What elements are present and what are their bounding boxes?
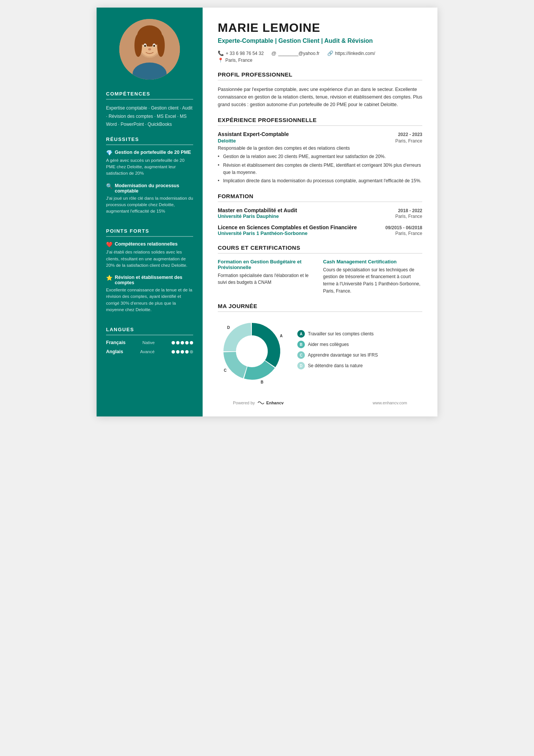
cert-title: Cash Management Certification [323, 259, 422, 265]
powered-by-text: Powered by [233, 401, 255, 405]
svg-point-5 [157, 34, 165, 57]
contact-linkedin: 🔗 https://linkedin.com/ [327, 50, 375, 56]
brand-name: Enhancv [266, 401, 284, 405]
legend-item: B Aider mes collègues [297, 341, 378, 348]
strength-item: ❤️Compétences relationnelles J'ai établi… [106, 241, 193, 269]
achievements-list: 💎Gestion de portefeuille de 20 PME A gér… [106, 150, 193, 215]
donut-segment-a [252, 323, 280, 367]
legend-badge: A [297, 330, 305, 338]
journee-title: MA JOURNÉE [218, 303, 422, 312]
school-location: Paris, France [395, 231, 422, 236]
cert-desc: Cours de spécialisation sur les techniqu… [323, 266, 422, 294]
reussites-section: RÉUSSITES 💎Gestion de portefeuille de 20… [97, 136, 203, 229]
cert-desc: Formation spécialisée dans l'élaboration… [218, 272, 317, 286]
lang-dots [172, 341, 193, 344]
lang-name: Français [106, 340, 125, 345]
competences-section: COMPÉTENCES Expertise comptable · Gestio… [97, 91, 203, 136]
legend-text: Travailler sur les comptes clients [308, 331, 374, 337]
strength-item: ⭐Révision et établissement des comptes E… [106, 275, 193, 313]
profil-title: PROFIL PROFESSIONNEL [218, 71, 422, 80]
certifications-list: Formation en Gestion Budgétaire et Prévi… [218, 259, 422, 294]
contact-phone: 📞 + 33 6 98 76 54 32 [218, 50, 264, 56]
formation-item: Master en Comptabilité et Audit 2018 - 2… [218, 207, 422, 219]
degree-title: Master en Comptabilité et Audit [218, 207, 297, 213]
langues-section: LANGUES Français Native Anglais Avancé [97, 327, 203, 366]
degree-date: 2018 - 2022 [398, 208, 422, 213]
footer: Powered by Enhancv www.enhancv.com [218, 393, 422, 405]
lang-dot [172, 350, 175, 354]
journee-content: ABCD A Travailler sur les comptes client… [218, 317, 422, 385]
journee-legend: A Travailler sur les comptes clients B A… [297, 330, 378, 373]
formation-title: FORMATION [218, 193, 422, 202]
school-name: Université Paris Dauphine [218, 213, 279, 219]
svg-text:B: B [261, 380, 263, 385]
header: MARIE LEMOINE Experte-Comptable | Gestio… [218, 21, 422, 63]
legend-text: Apprendre davantage sur les IFRS [308, 352, 378, 358]
school-location: Paris, France [395, 214, 422, 219]
legend-badge: D [297, 362, 305, 369]
lang-dot [185, 350, 189, 354]
lang-dot [176, 350, 180, 354]
svg-text:A: A [280, 334, 283, 338]
bullet-item: Implication directe dans la modernisatio… [218, 177, 422, 185]
formation-item: Licence en Sciences Comptables et Gestio… [218, 224, 422, 236]
strengths-list: ❤️Compétences relationnelles J'ai établi… [106, 241, 193, 313]
location-icon: 📍 [218, 58, 223, 63]
lang-name: Anglais [106, 349, 123, 354]
sidebar: COMPÉTENCES Expertise comptable · Gestio… [97, 8, 203, 416]
lang-dot [190, 341, 193, 344]
legend-text: Aider mes collègues [308, 342, 349, 347]
footer-left: Powered by Enhancv [233, 401, 284, 405]
email-icon: @ [271, 50, 276, 56]
school-name: Université Paris 1 Panthéon-Sorbonne [218, 230, 308, 236]
points-forts-title: POINTS FORTS [106, 228, 193, 237]
contact-info: 📞 + 33 6 98 76 54 32 @ ________@yahoo.fr… [218, 50, 422, 56]
legend-badge: C [297, 351, 305, 359]
lang-dot [185, 341, 189, 344]
job-subtitle: Responsable de la gestion des comptes et… [218, 146, 422, 151]
phone-icon: 📞 [218, 50, 224, 56]
lang-dot [172, 341, 175, 344]
svg-text:C: C [224, 368, 226, 373]
langues-title: LANGUES [106, 327, 193, 335]
reussites-title: RÉUSSITES [106, 136, 193, 145]
language-item: Anglais Avancé [106, 349, 193, 354]
contact-email: @ ________@yahoo.fr [271, 50, 319, 56]
job-title: Assistant Expert-Comptable [218, 131, 289, 137]
certifications-title: COURS ET CERTIFICATIONS [218, 244, 422, 254]
legend-item: C Apprendre davantage sur les IFRS [297, 351, 378, 359]
journee-section: MA JOURNÉE ABCD A Travailler sur les com… [218, 303, 422, 385]
lang-dot [176, 341, 180, 344]
donut-segment-c [223, 352, 247, 379]
legend-badge: B [297, 341, 305, 348]
legend-item: D Se détendre dans la nature [297, 362, 378, 369]
achievement-item: 💎Gestion de portefeuille de 20 PME A gér… [106, 150, 193, 177]
job-bullets: Gestion de la relation avec 20 clients P… [218, 153, 422, 184]
experience-section: EXPÉRIENCE PROFESSIONNELLE Assistant Exp… [218, 117, 422, 184]
lang-level: Native [142, 340, 155, 345]
lang-dot [181, 350, 184, 354]
points-forts-section: POINTS FORTS ❤️Compétences relationnelle… [97, 228, 203, 327]
svg-point-4 [134, 34, 142, 57]
main-content: MARIE LEMOINE Experte-Comptable | Gestio… [203, 8, 437, 416]
company-name: Deloitte [218, 138, 236, 144]
svg-point-9 [144, 45, 146, 47]
certifications-section: COURS ET CERTIFICATIONS Formation en Ges… [218, 244, 422, 294]
svg-point-11 [148, 48, 151, 50]
language-item: Français Native [106, 340, 193, 345]
svg-point-10 [153, 45, 155, 47]
experience-title: EXPÉRIENCE PROFESSIONNELLE [218, 117, 422, 126]
cert-item: Cash Management Certification Cours de s… [323, 259, 422, 294]
lang-dot [190, 350, 193, 354]
linkedin-icon: 🔗 [327, 50, 333, 56]
svg-text:D: D [227, 326, 230, 330]
job-date: 2022 - 2023 [398, 132, 422, 137]
profil-section: PROFIL PROFESSIONNEL Passionnée par l'ex… [218, 71, 422, 108]
cert-item: Formation en Gestion Budgétaire et Prévi… [218, 259, 317, 294]
bullet-item: Gestion de la relation avec 20 clients P… [218, 153, 422, 160]
competences-title: COMPÉTENCES [106, 91, 193, 100]
competences-text: Expertise comptable · Gestion client · A… [106, 104, 193, 129]
candidate-name: MARIE LEMOINE [218, 21, 422, 35]
job-location: Paris, France [395, 138, 422, 144]
lang-dot [181, 341, 184, 344]
